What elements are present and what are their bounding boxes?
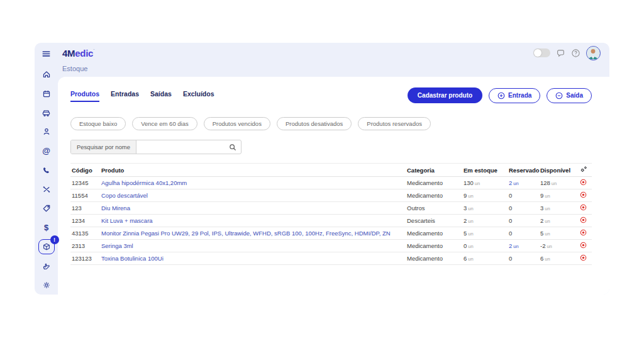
product-link[interactable]: Agulha hipodérmica 40x1,20mm [100,177,406,189]
product-link[interactable]: Toxina Botulinica 100Ui [100,252,406,265]
deactivate-icon[interactable] [580,254,587,261]
tab-entradas[interactable]: Entradas [111,90,139,102]
header-codigo: Código [70,164,100,177]
product-link[interactable]: Diu Mirena [100,202,406,215]
table-row: 2313 Seringa 3ml Medicamento 0un 2un -2u… [70,240,592,252]
reserved-cell: 0 [508,189,539,202]
deactivate-icon[interactable] [580,204,587,211]
brand-mark: ´ [93,48,94,54]
available-cell: -2un [539,240,575,252]
header-disponivel: Disponível [539,164,575,177]
category-cell: Medicamento [406,252,462,265]
available-cell: 5un [539,227,575,240]
chip-produtos-vencidos[interactable]: Produtos vencidos [204,117,270,130]
table-row: 11554 Copo descartável Medicamento 9un 0… [70,189,592,202]
search-icon[interactable] [229,144,241,151]
tabs: Produtos Entradas Saídas Excluídos [70,87,214,102]
user-avatar[interactable] [586,46,601,60]
menu-icon[interactable] [38,47,55,62]
stock-cell: 9un [462,189,508,202]
code-cell: 2313 [70,240,100,252]
product-link[interactable]: Seringa 3ml [100,240,406,252]
search-field-selector[interactable]: Pesquisar por nome [71,140,136,154]
brand-prefix: 4M [62,48,75,59]
available-cell: 2un [539,215,575,227]
action-buttons: Cadastrar produto Entrada Saída [408,87,592,103]
code-cell: 123 [70,202,100,215]
help-icon[interactable] [571,48,580,58]
stock-box-icon[interactable]: ! [38,239,55,254]
product-link[interactable]: Kit Luva + mascara [100,215,406,227]
product-link[interactable]: Monitor Zinnia Pegasi Pro UW29, 29 Pol, … [100,227,406,240]
category-cell: Medicamento [406,177,462,189]
stock-cell: 2un [462,215,508,227]
toggle-knob [534,49,541,57]
stock-cell: 0un [462,240,508,252]
content-card: Produtos Entradas Saídas Excluídos Cadas… [58,77,609,295]
exit-button[interactable]: Saída [547,88,592,103]
filter-chips: Estoque baixo Vence em 60 dias Produtos … [70,117,592,130]
available-cell: 6un [539,252,575,265]
deactivate-icon[interactable] [580,217,587,223]
table-row: 12345 Agulha hipodérmica 40x1,20mm Medic… [70,177,592,189]
tag-icon[interactable] [38,201,55,216]
deactivate-icon[interactable] [580,179,587,186]
main-area: 4Medic´ Estoque [58,43,609,295]
table-row: 1234 Kit Luva + mascara Descarteis 2un 0… [70,215,592,227]
code-cell: 43135 [70,227,100,240]
chat-icon[interactable] [556,48,565,58]
header-em-estoque: Em estoque [462,164,508,177]
deactivate-icon[interactable] [580,229,587,236]
minus-circle-icon [555,92,563,99]
stock-cell: 3un [462,202,508,215]
available-cell: 9un [539,189,575,202]
table-row: 43135 Monitor Zinnia Pegasi Pro UW29, 29… [70,227,592,240]
ambulance-icon[interactable] [38,105,55,120]
dollar-icon[interactable]: $ [38,220,55,235]
breadcrumb: Estoque [58,60,609,77]
code-cell: 12345 [70,177,100,189]
available-cell: 3un [539,202,575,215]
column-settings-icon[interactable] [580,166,587,173]
entry-button[interactable]: Entrada [489,88,540,103]
stock-cell: 6un [462,252,508,265]
tab-produtos[interactable]: Produtos [70,90,99,102]
phone-icon[interactable] [38,162,55,177]
home-icon[interactable] [38,67,55,82]
tab-excluidos[interactable]: Excluídos [183,90,214,102]
brand-logo: 4Medic´ [62,48,94,59]
code-cell: 11554 [70,189,100,202]
chip-produtos-desativados[interactable]: Produtos desativados [277,117,352,130]
brand-suffix: edic [75,48,93,59]
category-cell: Descarteis [406,215,462,227]
breadcrumb-label: Estoque [62,65,87,72]
reserved-cell: 0 [508,252,539,265]
chip-produtos-reservados[interactable]: Produtos reservados [358,117,431,130]
calendar-icon[interactable] [38,86,55,101]
deactivate-icon[interactable] [580,242,587,249]
tab-saidas[interactable]: Saídas [150,90,172,102]
entry-button-label: Entrada [508,92,531,99]
header-produto: Produto [100,164,406,177]
reserved-cell: 0 [508,227,539,240]
chip-vence-60-dias[interactable]: Vence em 60 dias [132,117,197,130]
shuffle-icon[interactable] [38,182,55,197]
register-product-button[interactable]: Cadastrar produto [408,87,482,103]
patient-icon[interactable] [38,125,55,140]
table-body: 12345 Agulha hipodérmica 40x1,20mm Medic… [70,177,592,265]
hand-icon[interactable] [38,259,55,274]
products-table: Código Produto Categoria Em estoque Rese… [70,163,592,265]
reserved-cell: 0 [508,215,539,227]
search-input[interactable] [136,140,229,154]
chip-estoque-baixo[interactable]: Estoque baixo [70,117,126,130]
deactivate-icon[interactable] [580,191,587,198]
available-cell: 128un [539,177,575,189]
theme-toggle[interactable] [533,48,550,57]
search-input-box [136,140,241,154]
search-control: Pesquisar por nome [70,140,242,154]
product-link[interactable]: Copo descartável [100,189,406,202]
at-sign-icon[interactable]: @ [38,144,55,159]
gear-icon[interactable] [38,278,55,293]
topbar: 4Medic´ [58,43,609,60]
tabs-row: Produtos Entradas Saídas Excluídos Cadas… [70,87,592,103]
